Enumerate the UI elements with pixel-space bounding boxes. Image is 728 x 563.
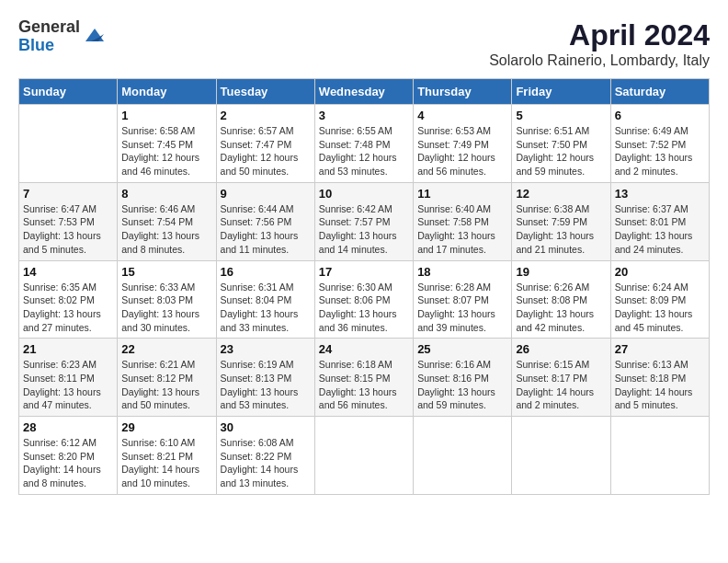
calendar-week-row: 1Sunrise: 6:58 AM Sunset: 7:45 PM Daylig… (19, 105, 710, 183)
title-area: April 2024 Solarolo Rainerio, Lombardy, … (489, 18, 710, 69)
day-info: Sunrise: 6:30 AM Sunset: 8:06 PM Dayligh… (319, 281, 409, 335)
day-number: 5 (516, 109, 606, 122)
calendar-week-row: 7Sunrise: 6:47 AM Sunset: 7:53 PM Daylig… (19, 182, 710, 260)
day-number: 30 (221, 420, 311, 434)
day-info: Sunrise: 6:21 AM Sunset: 8:12 PM Dayligh… (121, 358, 211, 412)
calendar-header-friday: Friday (512, 79, 610, 105)
day-number: 18 (417, 265, 507, 279)
day-number: 7 (23, 187, 113, 201)
calendar-cell: 19Sunrise: 6:26 AM Sunset: 8:08 PM Dayli… (512, 260, 610, 339)
calendar-cell: 25Sunrise: 6:16 AM Sunset: 8:16 PM Dayli… (414, 339, 512, 417)
day-info: Sunrise: 6:55 AM Sunset: 7:48 PM Dayligh… (319, 124, 409, 178)
calendar-header-wednesday: Wednesday (314, 79, 413, 105)
day-info: Sunrise: 6:23 AM Sunset: 8:11 PM Dayligh… (23, 358, 113, 412)
calendar-header-row: SundayMondayTuesdayWednesdayThursdayFrid… (19, 79, 710, 105)
day-info: Sunrise: 6:57 AM Sunset: 7:47 PM Dayligh… (221, 124, 311, 178)
calendar-header-tuesday: Tuesday (216, 79, 314, 105)
day-info: Sunrise: 6:51 AM Sunset: 7:50 PM Dayligh… (516, 124, 606, 178)
day-number: 23 (221, 342, 311, 356)
calendar-header-monday: Monday (118, 79, 216, 105)
day-number: 6 (615, 109, 705, 122)
calendar-cell (512, 417, 610, 495)
calendar-cell: 14Sunrise: 6:35 AM Sunset: 8:02 PM Dayli… (19, 260, 118, 339)
day-info: Sunrise: 6:12 AM Sunset: 8:20 PM Dayligh… (23, 436, 113, 490)
day-number: 25 (417, 342, 507, 356)
calendar-cell: 30Sunrise: 6:08 AM Sunset: 8:22 PM Dayli… (216, 417, 314, 495)
day-info: Sunrise: 6:33 AM Sunset: 8:03 PM Dayligh… (121, 281, 211, 335)
calendar-cell: 12Sunrise: 6:38 AM Sunset: 7:59 PM Dayli… (512, 182, 610, 260)
day-info: Sunrise: 6:31 AM Sunset: 8:04 PM Dayligh… (221, 281, 311, 335)
calendar-cell: 2Sunrise: 6:57 AM Sunset: 7:47 PM Daylig… (216, 105, 314, 183)
calendar-cell: 24Sunrise: 6:18 AM Sunset: 8:15 PM Dayli… (314, 339, 413, 417)
calendar-header-sunday: Sunday (19, 79, 118, 105)
calendar-cell (314, 417, 413, 495)
calendar-cell: 6Sunrise: 6:49 AM Sunset: 7:52 PM Daylig… (610, 105, 709, 183)
day-info: Sunrise: 6:24 AM Sunset: 8:09 PM Dayligh… (615, 281, 705, 335)
day-number: 1 (121, 109, 211, 122)
calendar-cell (19, 105, 118, 183)
day-number: 24 (319, 342, 409, 356)
day-number: 2 (221, 109, 311, 122)
calendar-cell: 10Sunrise: 6:42 AM Sunset: 7:57 PM Dayli… (314, 182, 413, 260)
calendar-cell: 11Sunrise: 6:40 AM Sunset: 7:58 PM Dayli… (414, 182, 512, 260)
calendar-cell (610, 417, 709, 495)
day-info: Sunrise: 6:58 AM Sunset: 7:45 PM Dayligh… (121, 124, 211, 178)
day-info: Sunrise: 6:15 AM Sunset: 8:17 PM Dayligh… (516, 358, 606, 412)
calendar-cell: 21Sunrise: 6:23 AM Sunset: 8:11 PM Dayli… (19, 339, 118, 417)
day-number: 16 (221, 265, 311, 279)
day-info: Sunrise: 6:46 AM Sunset: 7:54 PM Dayligh… (121, 202, 211, 257)
day-number: 22 (121, 342, 211, 356)
calendar-cell: 15Sunrise: 6:33 AM Sunset: 8:03 PM Dayli… (118, 260, 216, 339)
day-number: 14 (23, 265, 113, 279)
day-info: Sunrise: 6:13 AM Sunset: 8:18 PM Dayligh… (615, 358, 705, 412)
day-number: 9 (221, 187, 311, 201)
calendar-header-saturday: Saturday (610, 79, 709, 105)
day-info: Sunrise: 6:37 AM Sunset: 8:01 PM Dayligh… (615, 202, 705, 257)
calendar-header-thursday: Thursday (414, 79, 512, 105)
day-info: Sunrise: 6:53 AM Sunset: 7:49 PM Dayligh… (417, 124, 507, 178)
logo-text: General Blue (18, 18, 80, 55)
calendar-cell: 13Sunrise: 6:37 AM Sunset: 8:01 PM Dayli… (610, 182, 709, 260)
header: General Blue April 2024 Solarolo Raineri… (18, 18, 710, 69)
day-info: Sunrise: 6:26 AM Sunset: 8:08 PM Dayligh… (516, 281, 606, 335)
calendar-table: SundayMondayTuesdayWednesdayThursdayFrid… (18, 78, 710, 495)
calendar-week-row: 28Sunrise: 6:12 AM Sunset: 8:20 PM Dayli… (19, 417, 710, 495)
calendar-cell: 5Sunrise: 6:51 AM Sunset: 7:50 PM Daylig… (512, 105, 610, 183)
calendar-cell: 1Sunrise: 6:58 AM Sunset: 7:45 PM Daylig… (118, 105, 216, 183)
day-number: 21 (23, 342, 113, 356)
logo-line1: General (18, 18, 80, 37)
day-number: 12 (516, 187, 606, 201)
day-number: 13 (615, 187, 705, 201)
calendar-cell: 20Sunrise: 6:24 AM Sunset: 8:09 PM Dayli… (610, 260, 709, 339)
day-info: Sunrise: 6:49 AM Sunset: 7:52 PM Dayligh… (615, 124, 705, 178)
day-info: Sunrise: 6:28 AM Sunset: 8:07 PM Dayligh… (417, 281, 507, 335)
calendar-cell: 16Sunrise: 6:31 AM Sunset: 8:04 PM Dayli… (216, 260, 314, 339)
day-number: 17 (319, 265, 409, 279)
day-info: Sunrise: 6:08 AM Sunset: 8:22 PM Dayligh… (221, 436, 311, 490)
calendar-cell: 18Sunrise: 6:28 AM Sunset: 8:07 PM Dayli… (414, 260, 512, 339)
day-info: Sunrise: 6:38 AM Sunset: 7:59 PM Dayligh… (516, 202, 606, 257)
calendar-cell: 8Sunrise: 6:46 AM Sunset: 7:54 PM Daylig… (118, 182, 216, 260)
day-number: 29 (121, 420, 211, 434)
day-number: 15 (121, 265, 211, 279)
day-info: Sunrise: 6:40 AM Sunset: 7:58 PM Dayligh… (417, 202, 507, 257)
logo-line2: Blue (18, 37, 80, 55)
svg-marker-0 (85, 29, 104, 41)
day-info: Sunrise: 6:44 AM Sunset: 7:56 PM Dayligh… (221, 202, 311, 257)
day-number: 10 (319, 187, 409, 201)
day-number: 4 (417, 109, 507, 122)
calendar-cell: 27Sunrise: 6:13 AM Sunset: 8:18 PM Dayli… (610, 339, 709, 417)
calendar-cell: 7Sunrise: 6:47 AM Sunset: 7:53 PM Daylig… (19, 182, 118, 260)
calendar-cell: 22Sunrise: 6:21 AM Sunset: 8:12 PM Dayli… (118, 339, 216, 417)
day-number: 20 (615, 265, 705, 279)
day-number: 19 (516, 265, 606, 279)
day-info: Sunrise: 6:42 AM Sunset: 7:57 PM Dayligh… (319, 202, 409, 257)
day-number: 3 (319, 109, 409, 122)
day-number: 28 (23, 420, 113, 434)
day-number: 11 (417, 187, 507, 201)
main-title: April 2024 (489, 18, 710, 52)
calendar-cell: 3Sunrise: 6:55 AM Sunset: 7:48 PM Daylig… (314, 105, 413, 183)
subtitle: Solarolo Rainerio, Lombardy, Italy (489, 52, 710, 69)
day-number: 8 (121, 187, 211, 201)
calendar-week-row: 14Sunrise: 6:35 AM Sunset: 8:02 PM Dayli… (19, 260, 710, 339)
